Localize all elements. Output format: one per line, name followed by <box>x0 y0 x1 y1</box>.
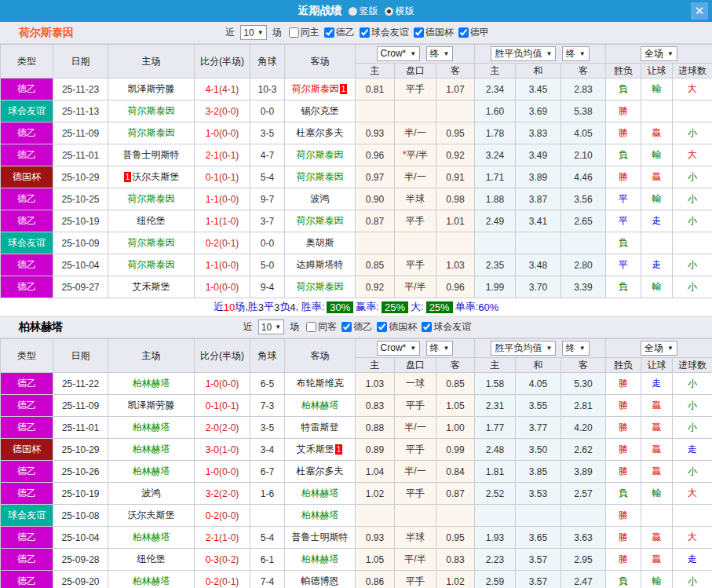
date-cell: 25-11-09 <box>53 122 108 144</box>
avg-odds-select[interactable]: 胜平负均值▼ <box>491 46 556 61</box>
match-count-select[interactable]: 10▼ <box>240 25 266 40</box>
filter-checkbox-德甲[interactable]: 德甲 <box>458 26 489 39</box>
filter-checkbox-同主[interactable]: 同主 <box>289 26 319 39</box>
fulltime-score: 0-2 <box>206 510 219 521</box>
goals-result-cell: 小 <box>673 188 712 210</box>
checkbox-input[interactable] <box>414 27 424 38</box>
odds-company-select[interactable]: Crow*▼ <box>377 341 421 356</box>
away-team-cell: 荷尔斯泰因 <box>285 276 356 298</box>
avg-stage-select[interactable]: 终▼ <box>562 46 590 61</box>
sub-header-lose: 客 <box>561 64 606 79</box>
league-type-cell: 德乙 <box>1 549 53 571</box>
away-team-cell: 锡尔克堡 <box>285 100 356 122</box>
home-team-cell: 纽伦堡 <box>108 549 195 571</box>
result-cell: 負 <box>606 79 641 100</box>
checkbox-input[interactable] <box>377 322 387 332</box>
date-cell: 25-09-20 <box>53 571 108 588</box>
date-cell: 25-10-26 <box>53 461 108 483</box>
checkbox-input[interactable] <box>324 27 334 38</box>
checkbox-input[interactable] <box>422 322 432 332</box>
sub-header-win: 主 <box>475 358 516 373</box>
goals-result-cell: 小 <box>673 417 712 439</box>
home-odds-cell: 0.81 <box>356 79 395 100</box>
odds-stage-select[interactable]: 终▼ <box>426 46 454 61</box>
corner-cell: 9-7 <box>250 188 285 210</box>
halftime-score: (1-0) <box>219 532 239 543</box>
home-odds-cell: 0.85 <box>356 254 395 276</box>
avg-win-cell: 1.81 <box>475 461 516 483</box>
sub-header-goals: 进球数 <box>673 358 712 373</box>
checkbox-input[interactable] <box>341 322 352 332</box>
checkbox-input[interactable] <box>458 27 469 38</box>
filter-checkbox-同客[interactable]: 同客 <box>306 320 337 334</box>
avg-lose-cell: 3.39 <box>561 276 606 298</box>
date-cell: 25-10-29 <box>53 166 108 188</box>
filter-checkbox-德乙[interactable]: 德乙 <box>341 320 372 334</box>
filter-checkbox-德国杯[interactable]: 德国杯 <box>414 26 454 39</box>
odds-stage-select[interactable]: 终▼ <box>426 341 454 356</box>
result-cell: 負 <box>606 483 641 505</box>
sub-header-home-odds: 主 <box>356 64 395 79</box>
away-odds-cell: 0.92 <box>436 144 475 166</box>
close-icon[interactable]: ✕ <box>691 2 708 20</box>
avg-draw-cell: 3.45 <box>516 79 561 100</box>
score-cell: 2-1(0-1) <box>195 144 250 166</box>
checkbox-input[interactable] <box>306 322 316 332</box>
radio-vertical-layout[interactable]: 竖版 <box>349 5 378 18</box>
live-handicap-star: * <box>403 149 407 160</box>
filter-checkbox-球会友谊[interactable]: 球会友谊 <box>422 320 471 334</box>
handicap-result-cell: 贏 <box>641 122 673 144</box>
date-cell: 25-11-23 <box>53 79 108 100</box>
away-team-cell: 艾禾斯堡1 <box>285 439 356 461</box>
score-cell: 3-2(0-0) <box>195 100 250 122</box>
avg-stage-select[interactable]: 终▼ <box>562 341 590 356</box>
section-holstein: 荷尔斯泰因 近 10▼ 场 同主德乙球会友谊德国杯德甲 类型 日期 主场 比分(… <box>0 22 712 316</box>
avg-win-cell: 1.93 <box>475 527 516 549</box>
team-name: 纽伦堡 <box>137 215 166 226</box>
checkbox-input[interactable] <box>289 27 299 38</box>
scope-select[interactable]: 全场▼ <box>641 46 677 61</box>
filter-checkboxes: 同主德乙球会友谊德国杯德甲 <box>284 26 489 40</box>
handicap-cell: 半球 <box>395 188 436 210</box>
fulltime-score: 0-1 <box>206 400 219 411</box>
score-cell: 0-2(0-0) <box>195 505 250 527</box>
score-cell: 0-3(0-2) <box>195 549 250 571</box>
handicap-result-cell <box>641 232 673 254</box>
odds-company-select[interactable]: Crow*▼ <box>377 46 421 61</box>
corner-cell: 0-0 <box>250 232 285 254</box>
checkbox-input[interactable] <box>360 27 370 38</box>
home-team-cell: 柏林赫塔 <box>108 527 195 549</box>
avg-draw-cell: 3.48 <box>516 254 561 276</box>
filter-near-label: 近 <box>243 320 253 334</box>
filter-checkbox-德乙[interactable]: 德乙 <box>324 26 355 39</box>
handicap-cell: 半/一 <box>395 417 436 439</box>
filter-matches-label: 场 <box>272 26 282 39</box>
league-type-cell: 德乙 <box>1 483 53 505</box>
handicap-cell: 半/一 <box>395 461 436 483</box>
handicap-result-cell: 輸 <box>641 79 673 100</box>
table-row: 德乙25-10-19纽伦堡1-1(1-0)3-7荷尔斯泰因0.87平手1.012… <box>1 210 712 232</box>
handicap-result-cell: 贏 <box>641 166 673 188</box>
avg-odds-select[interactable]: 胜平负均值▼ <box>491 341 556 356</box>
scope-select[interactable]: 全场▼ <box>641 341 677 356</box>
fulltime-score: 0-2 <box>206 576 219 587</box>
handicap-cell: 半/一 <box>395 166 436 188</box>
team-name: 荷尔斯泰因 <box>297 149 344 160</box>
match-count-select[interactable]: 10▼ <box>258 320 284 334</box>
goals-result-cell: 大 <box>673 527 712 549</box>
avg-win-cell <box>475 232 516 254</box>
team-name-title: 柏林赫塔 <box>19 320 63 334</box>
filter-checkbox-球会友谊[interactable]: 球会友谊 <box>360 26 409 39</box>
table-row: 德乙25-11-09荷尔斯泰因1-0(0-0)3-5杜塞尔多夫0.93半/一0.… <box>1 122 712 144</box>
goals-result-cell: 大 <box>673 144 712 166</box>
handicap-cell: 一球 <box>395 373 436 395</box>
filter-checkbox-德国杯[interactable]: 德国杯 <box>377 320 417 334</box>
radio-horizontal-layout[interactable]: 横版 <box>385 5 414 18</box>
team-name: 沃尔夫斯堡 <box>132 171 179 182</box>
handicap-result-cell: 贏 <box>641 549 673 571</box>
team-name: 柏林赫塔 <box>133 466 170 477</box>
avg-lose-cell: 2.10 <box>561 144 606 166</box>
handicap-cell: 平/半 <box>395 276 436 298</box>
league-type-cell: 德乙 <box>1 276 53 298</box>
handicap-cell: 平手 <box>395 210 436 232</box>
